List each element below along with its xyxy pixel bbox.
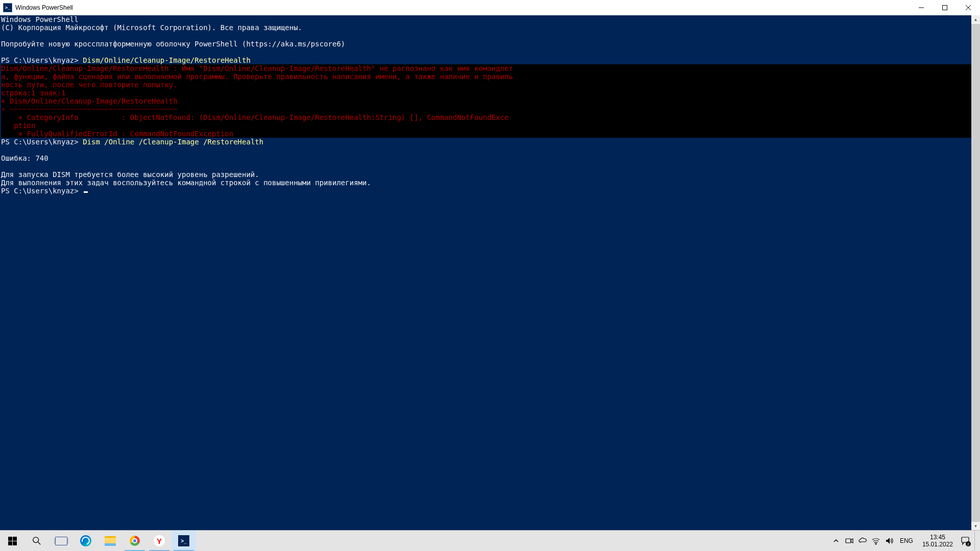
- scroll-up-button[interactable]: ▲: [971, 15, 980, 24]
- command-text: Dism/Online/Cleanup-Image/RestoreHealth: [83, 56, 251, 64]
- taskbar-chrome[interactable]: [122, 531, 147, 551]
- svg-marker-11: [851, 539, 853, 543]
- error-line: + CategoryInfo : ObjectNotFound: (Dism/O…: [1, 113, 509, 121]
- powershell-icon: >_: [178, 535, 189, 546]
- taskbar-left: Y >_: [0, 531, 196, 551]
- svg-rect-4: [8, 537, 12, 541]
- powershell-icon: >_: [3, 3, 12, 12]
- error-line: а, функции, файла сценария или выполняем…: [1, 72, 513, 81]
- error-line: + ~~~~~~~~~~~~~~~~~~~~~~~~~~~~~~~~~~~~~~…: [1, 105, 178, 113]
- command-text: Dism /Online /Cleanup-Image /RestoreHeal…: [83, 138, 263, 146]
- error-line: + Dism/Online/Cleanup-Image/RestoreHealt…: [1, 97, 178, 105]
- language-indicator[interactable]: ENG: [898, 537, 915, 544]
- meet-now-icon[interactable]: [845, 536, 854, 545]
- window-titlebar: >_ Windows PowerShell: [0, 0, 980, 16]
- volume-icon[interactable]: [885, 536, 894, 545]
- notification-badge: 2: [966, 541, 971, 546]
- titlebar-left: >_ Windows PowerShell: [0, 3, 73, 12]
- minimize-button[interactable]: [910, 0, 933, 15]
- scroll-down-button[interactable]: ▼: [971, 522, 980, 531]
- svg-point-12: [875, 543, 876, 544]
- show-desktop-button[interactable]: [974, 531, 978, 551]
- clock-date: 15.01.2022: [922, 541, 953, 548]
- terminal-line: Попробуйте новую кроссплатформенную обол…: [1, 40, 345, 48]
- error-line: ность пути, после чего повторите попытку…: [1, 81, 178, 89]
- svg-rect-1: [943, 6, 947, 10]
- terminal-line: Для выполнения этих задач воспользуйтесь…: [1, 179, 371, 187]
- error-line: + FullyQualifiedErrorId : CommandNotFoun…: [1, 130, 233, 138]
- terminal-output[interactable]: Windows PowerShell (C) Корпорация Майкро…: [0, 15, 980, 531]
- taskbar-file-explorer[interactable]: [98, 531, 122, 551]
- folder-icon: [105, 536, 116, 546]
- window-title: Windows PowerShell: [15, 4, 73, 11]
- taskbar: Y >_ ENG 13:45 15.01.2022 2: [0, 530, 980, 551]
- maximize-button[interactable]: [933, 0, 957, 15]
- chrome-icon: [130, 536, 140, 546]
- svg-point-8: [33, 537, 39, 543]
- tray-overflow-button[interactable]: [831, 536, 841, 545]
- search-button[interactable]: [24, 531, 49, 551]
- taskbar-powershell[interactable]: >_: [172, 531, 196, 551]
- terminal-line: Для запуска DISM требуется более высокий…: [1, 170, 259, 179]
- taskbar-edge[interactable]: [74, 531, 98, 551]
- svg-marker-13: [886, 538, 890, 544]
- clock-time: 13:45: [922, 534, 953, 541]
- taskbar-right: ENG 13:45 15.01.2022 2: [831, 531, 980, 551]
- action-center-button[interactable]: 2: [960, 536, 970, 546]
- start-button[interactable]: [0, 531, 24, 551]
- error-block: Dism/Online/Cleanup-Image/RestoreHealth …: [1, 64, 979, 138]
- svg-line-9: [38, 542, 41, 545]
- task-view-icon: [55, 537, 67, 545]
- error-line: Dism/Online/Cleanup-Image/RestoreHealth …: [1, 64, 513, 72]
- taskbar-yandex[interactable]: Y: [147, 531, 172, 551]
- yandex-icon: Y: [154, 535, 165, 546]
- error-line: строка:1 знак:1: [1, 89, 65, 97]
- terminal-line: Ошибка: 740: [1, 154, 48, 162]
- prompt: PS C:\Users\knyaz>: [1, 187, 83, 195]
- prompt: PS C:\Users\knyaz>: [1, 138, 83, 146]
- terminal-line: Windows PowerShell: [1, 15, 79, 23]
- close-button[interactable]: [957, 0, 980, 15]
- wifi-icon[interactable]: [871, 536, 880, 545]
- onedrive-icon[interactable]: [858, 536, 867, 545]
- cursor: [84, 191, 88, 193]
- scrollbar[interactable]: ▲ ▼: [971, 15, 980, 531]
- error-line: ption: [1, 121, 35, 130]
- svg-rect-5: [13, 537, 17, 541]
- svg-rect-6: [8, 541, 12, 545]
- task-view-button[interactable]: [49, 531, 74, 551]
- prompt: PS C:\Users\knyaz>: [1, 56, 83, 64]
- svg-rect-7: [13, 541, 17, 545]
- clock[interactable]: 13:45 15.01.2022: [919, 534, 956, 548]
- edge-icon: [80, 535, 91, 546]
- svg-rect-10: [846, 539, 851, 543]
- terminal-line: (C) Корпорация Майкрософт (Microsoft Cor…: [1, 23, 302, 32]
- window-controls: [910, 0, 980, 15]
- scroll-thumb[interactable]: [971, 24, 980, 522]
